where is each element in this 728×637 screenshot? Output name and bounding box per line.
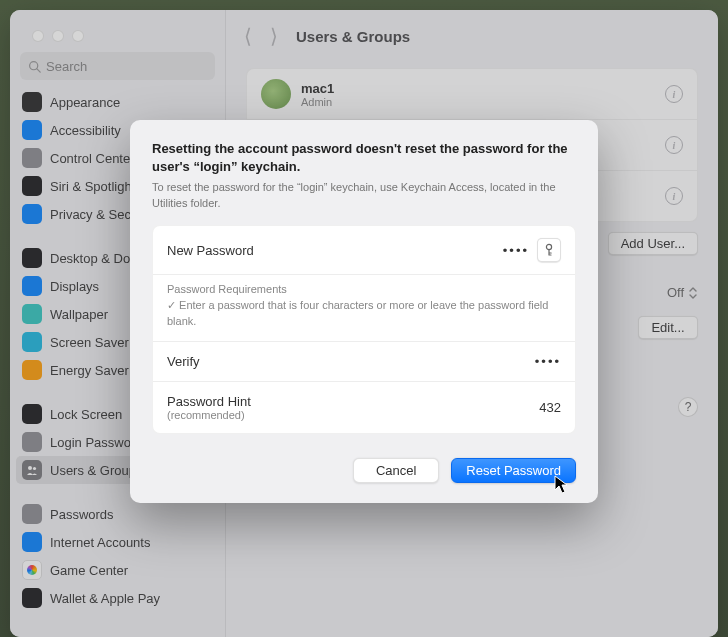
hint-sublabel: (recommended): [167, 409, 251, 421]
verify-field[interactable]: ••••: [535, 354, 561, 369]
modal-overlay: Resetting the account password doesn't r…: [0, 0, 728, 637]
hint-label: Password Hint: [167, 394, 251, 409]
sheet-subtitle: To reset the password for the “login” ke…: [152, 180, 576, 211]
reset-password-button[interactable]: Reset Password: [451, 458, 576, 483]
minimize-window-button[interactable]: [52, 30, 64, 42]
sheet-title: Resetting the account password doesn't r…: [152, 140, 576, 176]
requirements-text: ✓ Enter a password that is four characte…: [167, 298, 561, 329]
cancel-button[interactable]: Cancel: [353, 458, 439, 483]
hint-field[interactable]: 432: [539, 400, 561, 415]
new-password-label: New Password: [167, 243, 254, 258]
verify-label: Verify: [167, 354, 200, 369]
password-suggest-button[interactable]: [537, 238, 561, 262]
window-controls: [32, 30, 84, 42]
svg-point-4: [546, 245, 551, 250]
form-card: New Password •••• Password Requirements …: [152, 225, 576, 434]
key-icon: [543, 243, 555, 257]
new-password-field[interactable]: ••••: [503, 243, 529, 258]
reset-password-sheet: Resetting the account password doesn't r…: [130, 120, 598, 503]
close-window-button[interactable]: [32, 30, 44, 42]
requirements-title: Password Requirements: [167, 283, 561, 295]
zoom-window-button[interactable]: [72, 30, 84, 42]
